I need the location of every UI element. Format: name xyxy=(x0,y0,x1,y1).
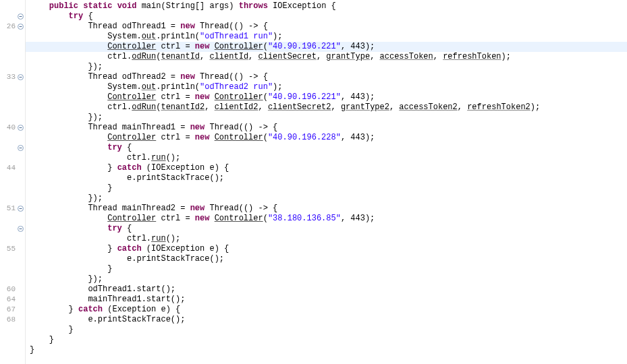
code-line[interactable]: } xyxy=(26,183,627,193)
code-line[interactable]: public static void main(String[] args) t… xyxy=(26,1,627,11)
gutter-row xyxy=(0,52,25,62)
fold-icon xyxy=(17,327,24,334)
code-line[interactable]: Controller ctrl = new Controller("38.180… xyxy=(26,214,627,224)
gutter-row: 40 xyxy=(0,123,25,133)
gutter-row xyxy=(0,264,25,274)
gutter-row xyxy=(0,335,25,345)
code-line[interactable]: }); xyxy=(26,113,627,123)
fold-icon xyxy=(17,54,24,61)
fold-icon xyxy=(17,44,24,51)
gutter-row xyxy=(0,42,25,52)
fold-icon xyxy=(17,104,24,111)
gutter-row xyxy=(0,254,25,264)
line-number: 51 xyxy=(2,204,16,214)
gutter-row xyxy=(0,1,25,11)
code-line[interactable]: }); xyxy=(26,193,627,204)
gutter-row xyxy=(0,325,25,335)
code-line[interactable]: Thread odThread2 = new Thread(() -> { xyxy=(26,72,627,82)
gutter-row xyxy=(0,274,25,284)
line-number: 60 xyxy=(2,284,16,295)
code-line[interactable]: Thread odThread1 = new Thread(() -> { xyxy=(26,22,627,32)
fold-icon xyxy=(17,286,24,293)
gutter-row: 64 xyxy=(0,295,25,305)
fold-icon[interactable] xyxy=(17,125,24,131)
gutter-row: 55 xyxy=(0,244,25,254)
code-line[interactable]: Controller ctrl = new Controller("40.90.… xyxy=(26,92,627,102)
fold-icon xyxy=(17,34,24,40)
code-line[interactable]: } xyxy=(26,345,627,355)
code-line[interactable]: } xyxy=(26,264,627,274)
line-number: 64 xyxy=(2,295,16,305)
code-line[interactable]: Controller ctrl = new Controller("40.90.… xyxy=(26,42,627,52)
code-line[interactable]: System.out.println("odThread2 run"); xyxy=(26,82,627,92)
code-line[interactable]: }); xyxy=(26,62,627,72)
fold-icon xyxy=(17,165,24,172)
gutter-row: 60 xyxy=(0,284,25,295)
line-number: 55 xyxy=(2,244,16,254)
code-line[interactable]: try { xyxy=(26,11,627,22)
fold-icon xyxy=(17,266,24,273)
code-line[interactable]: try { xyxy=(26,143,627,153)
fold-icon xyxy=(17,185,24,192)
fold-icon xyxy=(17,337,24,344)
line-number: 33 xyxy=(2,72,16,82)
code-line[interactable]: e.printStackTrace(); xyxy=(26,173,627,183)
gutter-row xyxy=(0,345,25,355)
fold-icon xyxy=(17,155,24,162)
fold-icon[interactable] xyxy=(17,145,24,152)
code-line[interactable]: ctrl.run(); xyxy=(26,234,627,244)
code-line[interactable]: } catch (IOException e) { xyxy=(26,163,627,173)
gutter-row xyxy=(0,92,25,102)
gutter-row xyxy=(0,153,25,163)
fold-icon xyxy=(17,307,24,313)
fold-icon xyxy=(17,84,24,91)
code-line[interactable]: } xyxy=(26,335,627,345)
fold-icon[interactable] xyxy=(17,206,24,212)
gutter-row: 33 xyxy=(0,72,25,82)
fold-icon xyxy=(17,175,24,182)
fold-icon[interactable] xyxy=(17,226,24,233)
code-line[interactable]: Thread mainThread2 = new Thread(() -> { xyxy=(26,204,627,214)
gutter-row: 51 xyxy=(0,204,25,214)
editor-gutter: 26334044515560646768 xyxy=(0,0,26,364)
code-line[interactable]: Thread mainThread1 = new Thread(() -> { xyxy=(26,123,627,133)
fold-icon xyxy=(17,347,24,354)
gutter-row xyxy=(0,113,25,123)
fold-icon xyxy=(17,216,24,222)
code-line[interactable]: Controller ctrl = new Controller("40.90.… xyxy=(26,133,627,143)
fold-icon xyxy=(17,246,24,253)
code-line[interactable]: ctrl.odRun(tenantId2, clientId2, clientS… xyxy=(26,102,627,113)
fold-icon xyxy=(17,256,24,263)
code-line[interactable]: } xyxy=(26,325,627,335)
fold-icon xyxy=(17,297,24,303)
code-line[interactable]: e.printStackTrace(); xyxy=(26,315,627,325)
fold-icon xyxy=(17,115,24,121)
fold-icon xyxy=(17,236,24,243)
fold-icon[interactable] xyxy=(17,13,24,20)
gutter-row xyxy=(0,183,25,193)
code-line[interactable]: odThread1.start(); xyxy=(26,284,627,295)
gutter-row: 67 xyxy=(0,305,25,315)
gutter-row xyxy=(0,102,25,113)
fold-icon xyxy=(17,317,24,324)
gutter-row xyxy=(0,82,25,92)
code-line[interactable]: System.out.println("odThread1 run"); xyxy=(26,32,627,42)
code-editor[interactable]: public static void main(String[] args) t… xyxy=(26,0,627,364)
gutter-row xyxy=(0,133,25,143)
code-line[interactable]: ctrl.odRun(tenantId, clientId, clientSec… xyxy=(26,52,627,62)
code-line[interactable]: try { xyxy=(26,224,627,234)
code-line[interactable]: e.printStackTrace(); xyxy=(26,254,627,264)
fold-icon[interactable] xyxy=(17,74,24,81)
fold-icon[interactable] xyxy=(17,24,24,30)
code-line[interactable]: } catch (Exception e) { xyxy=(26,305,627,315)
line-number: 44 xyxy=(2,163,16,173)
code-line[interactable]: mainThread1.start(); xyxy=(26,295,627,305)
code-line[interactable]: ctrl.run(); xyxy=(26,153,627,163)
gutter-row: 68 xyxy=(0,315,25,325)
line-number: 67 xyxy=(2,305,16,315)
gutter-row xyxy=(0,11,25,22)
gutter-row xyxy=(0,234,25,244)
code-line[interactable]: } catch (IOException e) { xyxy=(26,244,627,254)
fold-icon xyxy=(17,64,24,71)
code-line[interactable]: }); xyxy=(26,274,627,284)
